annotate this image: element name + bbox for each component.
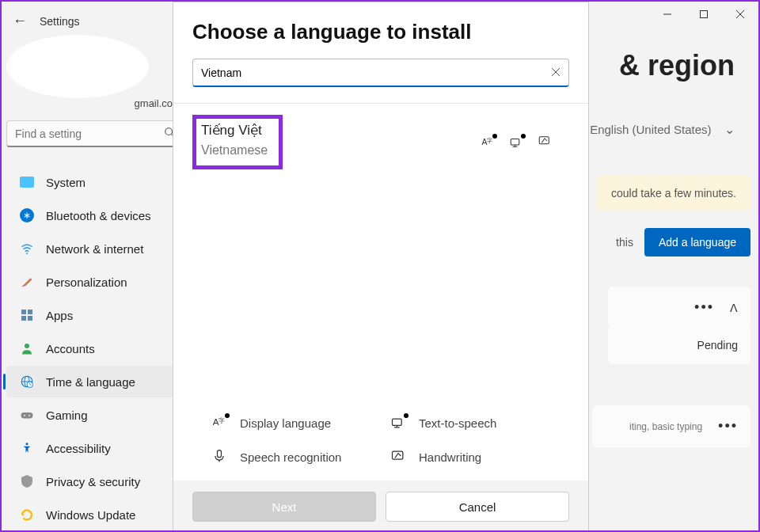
gamepad-icon (19, 407, 35, 423)
language-install-dialog: Choose a language to install Tiếng Việt … (173, 2, 589, 532)
sidebar-item-accessibility[interactable]: Accessibility (6, 432, 187, 464)
svg-text:字: 字 (487, 138, 492, 143)
sidebar-label: Gaming (46, 408, 88, 422)
wifi-icon (19, 241, 35, 256)
sidebar-label: Accessibility (46, 442, 111, 455)
microphone-icon (211, 448, 227, 466)
language-search[interactable] (192, 59, 569, 87)
svg-point-11 (25, 344, 29, 348)
language-native-name: Tiếng Việt (201, 122, 268, 139)
sidebar-item-bluetooth[interactable]: ∗ Bluetooth & devices (6, 200, 187, 231)
status-text: Pending (697, 339, 738, 352)
feature-icons: A字 (481, 134, 552, 151)
display-language-select[interactable]: English (United States) ⌄ (590, 122, 735, 137)
svg-point-4 (165, 128, 173, 135)
svg-rect-26 (511, 139, 519, 145)
more-options-button[interactable]: ••• (718, 418, 738, 435)
window-title: Settings (40, 15, 80, 28)
svg-rect-10 (28, 316, 32, 321)
paintbrush-icon (19, 274, 35, 290)
feature-legend: A字 Display language Text-to-speech Speec… (173, 412, 588, 481)
language-english-name: Vietnamese (201, 143, 268, 158)
bluetooth-icon: ∗ (19, 207, 35, 223)
more-options-button[interactable]: ••• (694, 299, 714, 316)
maximize-button[interactable] (686, 2, 722, 27)
minimize-button[interactable] (649, 2, 686, 27)
system-icon (19, 174, 35, 190)
globe-clock-icon (19, 374, 35, 390)
sidebar-label: Accounts (46, 342, 95, 355)
svg-rect-9 (21, 316, 26, 321)
language-result-item[interactable]: Tiếng Việt Vietnamese A字 (173, 104, 588, 180)
typing-info: iting, basic typing (629, 421, 702, 432)
sidebar-item-windows-update[interactable]: Windows Update (6, 499, 187, 530)
sidebar-nav: System ∗ Bluetooth & devices Network & i… (2, 165, 192, 532)
svg-text:A: A (482, 137, 488, 146)
update-icon (19, 507, 35, 522)
sidebar-label: Time & language (46, 375, 135, 389)
svg-point-20 (28, 415, 30, 416)
sidebar-item-network[interactable]: Network & internet (6, 233, 187, 264)
add-language-button[interactable]: Add a language (644, 228, 750, 256)
sidebar-item-personalization[interactable]: Personalization (6, 266, 187, 298)
sidebar-label: Network & internet (46, 242, 143, 256)
legend-text-to-speech: Text-to-speech (390, 415, 569, 431)
highlight-annotation: Tiếng Việt Vietnamese (192, 115, 283, 169)
svg-point-19 (24, 415, 25, 416)
svg-rect-8 (28, 310, 32, 314)
legend-handwriting: Handwriting (390, 448, 569, 466)
settings-search[interactable] (6, 120, 184, 147)
close-button[interactable] (722, 2, 758, 27)
legend-display-language: A字 Display language (211, 415, 390, 431)
sidebar-item-gaming[interactable]: Gaming (6, 399, 187, 431)
svg-point-6 (26, 253, 28, 254)
back-button[interactable]: ← (13, 13, 27, 29)
display-language-icon: A字 (211, 415, 227, 431)
display-language-icon: A字 (481, 135, 495, 150)
settings-search-input[interactable] (15, 127, 164, 140)
accessibility-icon (19, 440, 35, 456)
text-to-speech-icon (390, 415, 406, 431)
dialog-title: Choose a language to install (192, 20, 569, 44)
next-button[interactable]: Next (192, 492, 376, 522)
chevron-up-icon[interactable]: ᐱ (730, 302, 738, 314)
sidebar-label: System (46, 176, 86, 189)
chevron-down-icon: ⌄ (724, 123, 735, 136)
sidebar-item-system[interactable]: System (6, 166, 187, 198)
language-search-input[interactable] (201, 66, 551, 79)
svg-rect-32 (393, 419, 402, 425)
sidebar-label: Windows Update (46, 508, 135, 522)
clear-search-button[interactable] (551, 66, 560, 79)
legend-speech-recognition: Speech recognition (211, 448, 390, 466)
svg-rect-7 (21, 310, 26, 314)
profile-email: gmail.co (135, 97, 173, 109)
person-icon (19, 340, 35, 356)
handwriting-icon (390, 448, 406, 466)
titlebar (649, 2, 758, 27)
dialog-footer: Next Cancel (173, 481, 588, 532)
svg-rect-29 (539, 136, 549, 143)
avatar (6, 35, 149, 98)
svg-rect-35 (218, 450, 222, 458)
sidebar-label: Personalization (46, 276, 127, 289)
text-to-speech-icon (509, 135, 523, 150)
header: ← Settings (13, 13, 80, 29)
sidebar-item-apps[interactable]: Apps (6, 299, 187, 331)
svg-rect-1 (701, 11, 708, 18)
apps-icon (19, 307, 35, 323)
cancel-button[interactable]: Cancel (386, 492, 569, 522)
shield-icon (19, 473, 35, 489)
preferred-info-text: this (616, 236, 633, 249)
sidebar-item-time-language[interactable]: Time & language (6, 366, 187, 397)
sidebar-label: Apps (46, 309, 73, 322)
profile-area: gmail.co (6, 35, 165, 106)
svg-rect-37 (393, 451, 403, 459)
sidebar-label: Privacy & security (46, 475, 140, 488)
sidebar-item-accounts[interactable]: Accounts (6, 332, 187, 364)
handwriting-icon (538, 134, 552, 151)
svg-rect-18 (21, 412, 33, 419)
info-banner: could take a few minutes. (597, 176, 750, 211)
sidebar-item-privacy[interactable]: Privacy & security (6, 466, 187, 497)
svg-point-21 (26, 443, 28, 445)
svg-text:字: 字 (218, 417, 225, 424)
